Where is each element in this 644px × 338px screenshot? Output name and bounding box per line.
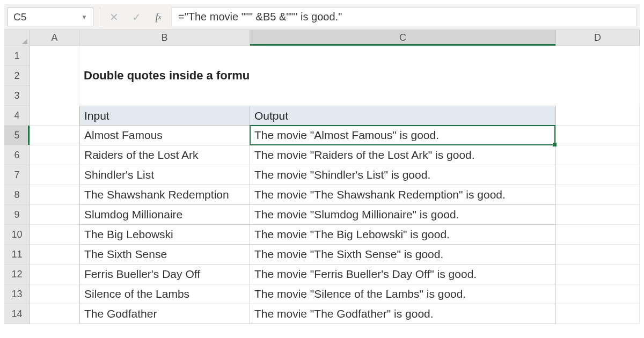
name-box-value: C5 — [13, 11, 26, 23]
table-header-output[interactable]: Output — [250, 106, 556, 126]
cell[interactable] — [30, 284, 79, 304]
cell[interactable] — [79, 86, 250, 106]
cell[interactable] — [250, 46, 556, 66]
cell[interactable] — [30, 106, 79, 126]
cancel-formula-icon[interactable]: ✕ — [103, 4, 125, 30]
cell[interactable] — [556, 66, 640, 86]
cell-input[interactable]: Silence of the Lambs — [79, 284, 250, 304]
cell-output[interactable]: The movie "The Godfather" is good. — [250, 304, 556, 324]
cell-input[interactable]: Ferris Bueller's Day Off — [79, 264, 250, 284]
row-13: 13 Silence of the Lambs The movie "Silen… — [4, 284, 640, 304]
cell[interactable] — [30, 66, 79, 86]
spreadsheet-grid: A B C D 1 2 Double quotes inside a formu… — [4, 30, 640, 324]
cell[interactable] — [556, 304, 640, 324]
cell[interactable] — [556, 165, 640, 185]
cell-input[interactable]: Raiders of the Lost Ark — [79, 145, 250, 165]
row-header[interactable]: 13 — [4, 284, 30, 304]
col-header-a[interactable]: A — [30, 30, 79, 46]
row-2: 2 Double quotes inside a formula — [4, 66, 640, 86]
row-header[interactable]: 4 — [4, 106, 30, 126]
select-all-corner[interactable] — [4, 30, 30, 46]
cell[interactable] — [556, 126, 640, 145]
cell[interactable] — [30, 264, 79, 284]
row-3: 3 — [4, 86, 640, 106]
row-header[interactable]: 6 — [4, 145, 30, 165]
row-11: 11 The Sixth Sense The movie "The Sixth … — [4, 245, 640, 264]
cell-input[interactable]: The Godfather — [79, 304, 250, 324]
cell-output[interactable]: The movie "Silence of the Lambs" is good… — [250, 284, 556, 304]
cell[interactable] — [556, 185, 640, 205]
cell[interactable] — [30, 304, 79, 324]
chevron-down-icon[interactable]: ▼ — [81, 13, 87, 21]
cell[interactable] — [30, 185, 79, 205]
cell-input[interactable]: The Shawshank Redemption — [79, 185, 250, 205]
page-title[interactable]: Double quotes inside a formula — [79, 66, 250, 86]
row-header[interactable]: 5 — [4, 126, 30, 145]
row-14: 14 The Godfather The movie "The Godfathe… — [4, 304, 640, 324]
cell[interactable] — [79, 46, 250, 66]
cell-output[interactable]: The movie "The Shawshank Redemption" is … — [250, 185, 556, 205]
cell[interactable] — [556, 46, 640, 66]
cell[interactable] — [556, 284, 640, 304]
row-8: 8 The Shawshank Redemption The movie "Th… — [4, 185, 640, 205]
cell-output[interactable]: The movie "Almost Famous" is good. — [250, 126, 556, 145]
fx-icon[interactable]: fx — [148, 4, 169, 30]
row-header[interactable]: 9 — [4, 205, 30, 225]
cell[interactable] — [30, 245, 79, 264]
cell[interactable] — [556, 264, 640, 284]
cell-input[interactable]: Almost Famous — [79, 126, 250, 145]
row-4: 4 Input Output — [4, 106, 640, 126]
cell[interactable] — [556, 245, 640, 264]
cell[interactable] — [30, 205, 79, 225]
cell[interactable] — [556, 86, 640, 106]
cell-output[interactable]: The movie "Ferris Bueller's Day Off" is … — [250, 264, 556, 284]
column-headers: A B C D — [4, 30, 640, 46]
cell[interactable] — [250, 86, 556, 106]
cell[interactable] — [30, 145, 79, 165]
cell-input[interactable]: The Sixth Sense — [79, 245, 250, 264]
table-header-input[interactable]: Input — [79, 106, 250, 126]
col-header-c[interactable]: C — [250, 30, 556, 46]
cell-output[interactable]: The movie "Slumdog Millionaire" is good. — [250, 205, 556, 225]
cell[interactable] — [556, 145, 640, 165]
cell-output[interactable]: The movie "Raiders of the Lost Ark" is g… — [250, 145, 556, 165]
name-box[interactable]: C5 ▼ — [8, 8, 93, 26]
row-header[interactable]: 14 — [4, 304, 30, 324]
enter-formula-icon[interactable]: ✓ — [125, 4, 148, 30]
row-10: 10 The Big Lebowski The movie "The Big L… — [4, 225, 640, 245]
row-5: 5 Almost Famous The movie "Almost Famous… — [4, 126, 640, 145]
row-header[interactable]: 12 — [4, 264, 30, 284]
cell[interactable] — [30, 46, 79, 66]
row-header[interactable]: 1 — [4, 46, 30, 66]
cell-output[interactable]: The movie "Shindler's List" is good. — [250, 165, 556, 185]
divider — [100, 8, 100, 26]
col-header-d[interactable]: D — [556, 30, 640, 46]
row-header[interactable]: 7 — [4, 165, 30, 185]
cell[interactable] — [30, 225, 79, 245]
row-header[interactable]: 2 — [4, 66, 30, 86]
cell[interactable] — [556, 225, 640, 245]
col-header-b[interactable]: B — [79, 30, 250, 46]
cell-output[interactable]: The movie "The Big Lebowski" is good. — [250, 225, 556, 245]
cell-output[interactable]: The movie "The Sixth Sense" is good. — [250, 245, 556, 264]
row-7: 7 Shindler's List The movie "Shindler's … — [4, 165, 640, 185]
rows: 1 2 Double quotes inside a formula 3 — [4, 46, 640, 324]
formula-input[interactable]: ="The movie """ &B5 &""" is good." — [171, 8, 636, 26]
formula-bar: C5 ▼ ✕ ✓ fx ="The movie """ &B5 &""" is … — [4, 4, 640, 30]
cell-input[interactable]: Shindler's List — [79, 165, 250, 185]
row-6: 6 Raiders of the Lost Ark The movie "Rai… — [4, 145, 640, 165]
row-header[interactable]: 11 — [4, 245, 30, 264]
cell-input[interactable]: The Big Lebowski — [79, 225, 250, 245]
cell[interactable] — [556, 106, 640, 126]
cell[interactable] — [30, 86, 79, 106]
row-header[interactable]: 8 — [4, 185, 30, 205]
row-header[interactable]: 10 — [4, 225, 30, 245]
cell-input[interactable]: Slumdog Millionaire — [79, 205, 250, 225]
cell[interactable] — [556, 205, 640, 225]
formula-text: ="The movie """ &B5 &""" is good." — [178, 11, 342, 23]
cell[interactable] — [30, 126, 79, 145]
cell[interactable] — [250, 66, 556, 86]
row-9: 9 Slumdog Millionaire The movie "Slumdog… — [4, 205, 640, 225]
row-header[interactable]: 3 — [4, 86, 30, 106]
cell[interactable] — [30, 165, 79, 185]
